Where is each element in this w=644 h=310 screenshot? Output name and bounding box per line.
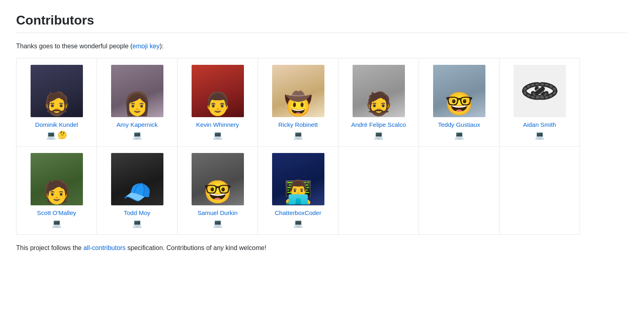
laptop-icon-dominik: 💻 xyxy=(46,130,56,140)
empty-cell-1 xyxy=(339,147,419,235)
contributor-cell-amy: 👩 Amy Kapernick 💻 xyxy=(97,58,178,147)
contributors-row-2: 🧑 Scott O'Malley 💻 🧢 Todd Moy 💻 xyxy=(17,147,580,235)
contrib-icons-ricky: 💻 xyxy=(266,130,330,140)
intro-text: Thanks goes to these wonderful people (e… xyxy=(16,43,628,50)
avatar-char-chatterbox: 👨‍💻 xyxy=(284,179,312,205)
contrib-icons-scott: 💻 xyxy=(25,219,89,228)
contributor-name-scott[interactable]: Scott O'Malley xyxy=(25,209,89,216)
avatar-char-samuel: 🤓 xyxy=(204,179,232,205)
contrib-icons-dominik: 💻 🤔 xyxy=(25,130,89,140)
contrib-icons-kevin: 💻 xyxy=(186,130,250,140)
laptop-icon-aidan: 💻 xyxy=(535,130,545,140)
contributor-cell-chatterbox: 👨‍💻 ChatterboxCoder 💻 xyxy=(258,147,339,235)
title-divider xyxy=(16,33,628,33)
avatar-char-andre: 🧔 xyxy=(365,91,393,117)
contrib-icons-chatterbox: 💻 xyxy=(266,219,330,228)
contributor-name-kevin[interactable]: Kevin Whinnery xyxy=(186,121,250,128)
contrib-icons-amy: 💻 xyxy=(105,130,169,140)
contrib-icons-andre: 💻 xyxy=(347,130,411,140)
contributor-name-andre[interactable]: André Felipe Scalco xyxy=(347,121,411,128)
contrib-icons-teddy: 💻 xyxy=(427,130,491,140)
contributor-cell-dominik: 🧔 Dominik Kundel 💻 🤔 xyxy=(17,58,97,147)
laptop-icon-andre: 💻 xyxy=(374,130,384,140)
empty-cell-3 xyxy=(500,147,580,235)
snake-infinity-icon xyxy=(518,69,562,113)
contrib-icons-todd: 💻 xyxy=(105,219,169,228)
avatar-dominik: 🧔 xyxy=(31,65,83,117)
laptop-icon-kevin: 💻 xyxy=(213,130,223,140)
contributor-cell-scott: 🧑 Scott O'Malley 💻 xyxy=(17,147,97,235)
avatar-aidan xyxy=(514,65,566,117)
avatar-andre: 🧔 xyxy=(353,65,405,117)
avatar-char-ricky: 🤠 xyxy=(284,91,312,117)
contributor-name-dominik[interactable]: Dominik Kundel xyxy=(25,121,89,128)
footer-text-before: This project follows the xyxy=(16,244,83,251)
contributor-cell-aidan: Aidan Smith 💻 xyxy=(500,58,580,147)
contributor-name-samuel[interactable]: Samuel Durkin xyxy=(186,209,250,216)
contributor-name-teddy[interactable]: Teddy Gustiaux xyxy=(427,121,491,128)
avatar-kevin: 👨 xyxy=(192,65,244,117)
empty-cell-2 xyxy=(419,147,500,235)
contributor-cell-kevin: 👨 Kevin Whinnery 💻 xyxy=(178,58,258,147)
laptop-icon-chatterbox: 💻 xyxy=(293,219,303,228)
contributors-table: 🧔 Dominik Kundel 💻 🤔 👩 Amy Kapernick 💻 xyxy=(16,58,580,235)
footer-text: This project follows the all-contributor… xyxy=(16,244,628,252)
avatar-teddy: 🤓 xyxy=(433,65,485,117)
laptop-icon-scott: 💻 xyxy=(52,219,62,228)
avatar-ricky: 🤠 xyxy=(272,65,324,117)
emoji-key-link[interactable]: emoji key xyxy=(132,43,160,50)
footer-text-after: specification. Contributions of any kind… xyxy=(126,244,266,251)
avatar-char-dominik: 🧔 xyxy=(43,91,71,117)
contributor-name-todd[interactable]: Todd Moy xyxy=(105,209,169,216)
intro-before-link: Thanks goes to these wonderful people ( xyxy=(16,43,132,50)
avatar-todd: 🧢 xyxy=(111,153,163,205)
avatar-char-teddy: 🤓 xyxy=(445,91,473,117)
contributor-cell-ricky: 🤠 Ricky Robinett 💻 xyxy=(258,58,339,147)
avatar-char-kevin: 👨 xyxy=(204,91,232,117)
avatar-samuel: 🤓 xyxy=(192,153,244,205)
intro-after-link: ): xyxy=(160,43,164,50)
avatar-char-todd: 🧢 xyxy=(123,179,151,205)
contributor-name-chatterbox[interactable]: ChatterboxCoder xyxy=(266,209,330,216)
contrib-icons-aidan: 💻 xyxy=(508,130,572,140)
contributor-name-aidan[interactable]: Aidan Smith xyxy=(508,121,572,128)
avatar-chatterbox: 👨‍💻 xyxy=(272,153,324,205)
avatar-char-amy: 👩 xyxy=(123,91,151,117)
avatar-amy: 👩 xyxy=(111,65,163,117)
thinking-icon-dominik: 🤔 xyxy=(58,130,67,140)
contributor-cell-samuel: 🤓 Samuel Durkin 💻 xyxy=(178,147,258,235)
contributor-cell-teddy: 🤓 Teddy Gustiaux 💻 xyxy=(419,58,500,147)
page-title: Contributors xyxy=(16,13,628,28)
contributor-name-ricky[interactable]: Ricky Robinett xyxy=(266,121,330,128)
laptop-icon-samuel: 💻 xyxy=(213,219,223,228)
laptop-icon-ricky: 💻 xyxy=(293,130,303,140)
contrib-icons-samuel: 💻 xyxy=(186,219,250,228)
contributors-row-1: 🧔 Dominik Kundel 💻 🤔 👩 Amy Kapernick 💻 xyxy=(17,58,580,147)
laptop-icon-teddy: 💻 xyxy=(454,130,464,140)
avatar-scott: 🧑 xyxy=(31,153,83,205)
contributor-cell-andre: 🧔 André Felipe Scalco 💻 xyxy=(339,58,419,147)
laptop-icon-amy: 💻 xyxy=(132,130,142,140)
contributor-cell-todd: 🧢 Todd Moy 💻 xyxy=(97,147,178,235)
all-contributors-link[interactable]: all-contributors xyxy=(83,244,126,251)
avatar-char-scott: 🧑 xyxy=(43,179,71,205)
laptop-icon-todd: 💻 xyxy=(132,219,142,228)
contributor-name-amy[interactable]: Amy Kapernick xyxy=(105,121,169,128)
